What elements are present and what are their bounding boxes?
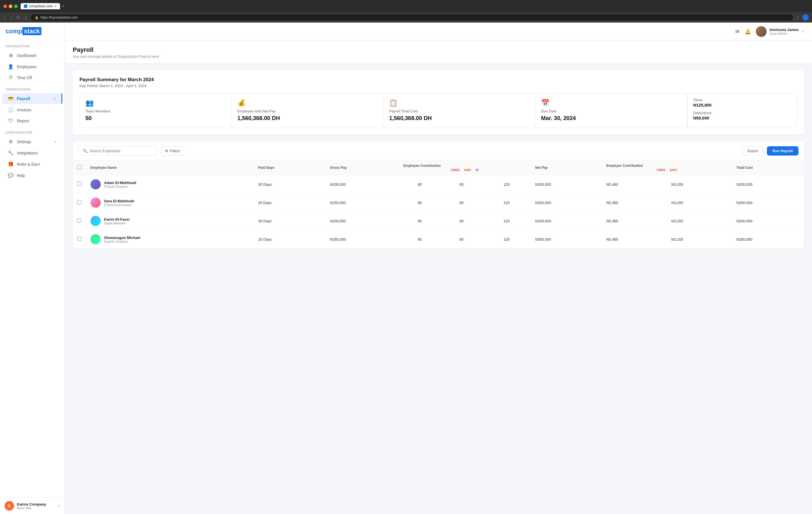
stat-taxes-deductions: Taxes N125,800 Deductions N50,000 xyxy=(687,94,797,128)
emp-ir: 120 xyxy=(483,175,531,193)
gross-pay: N200,000 xyxy=(325,212,399,230)
net-pay-icon: 💰 xyxy=(237,99,378,107)
total-cost: N200,000 xyxy=(732,212,804,230)
avatar-image xyxy=(756,26,766,37)
emp-amo: 80 xyxy=(441,230,483,248)
empr-cnss: N5,480 xyxy=(602,212,667,230)
employee-avatar xyxy=(90,198,100,208)
col-net-pay: Net Pay xyxy=(531,160,602,175)
tab-bar: compstack.com ✕ + xyxy=(21,3,809,9)
employee-info: Oluwasegun Michael Graphic Designer xyxy=(90,234,249,244)
filters-button[interactable]: ⚙ Filters xyxy=(161,146,184,156)
due-date-value: Mar. 30, 2024 xyxy=(541,115,682,121)
active-tab[interactable]: compstack.com ✕ xyxy=(21,3,60,9)
net-pay-value: 1,560,368.00 DH xyxy=(237,115,378,121)
stat-team-members: 👥 Team Members 50 xyxy=(80,94,232,128)
filters-icon: ⚙ xyxy=(165,149,168,153)
sidebar-item-help[interactable]: 💬 Help xyxy=(2,170,62,181)
sidebar-item-settings[interactable]: ⚙ Settings ∨ xyxy=(2,136,62,147)
empr-amo-label: AMO xyxy=(670,168,677,172)
user-menu[interactable]: Iniolouwa James Super Admin ∨ xyxy=(756,26,804,37)
settings-icon: ⚙ xyxy=(8,139,13,144)
run-payroll-button[interactable]: Run Payroll xyxy=(767,146,799,156)
browser-profile-icon[interactable] xyxy=(803,14,809,21)
row-checkbox-3[interactable] xyxy=(77,218,82,222)
empr-amo: N3,200 xyxy=(667,175,732,193)
employee-name: Oluwasegun Michael xyxy=(104,236,140,240)
notifications-icon[interactable]: 🔔 xyxy=(745,28,751,35)
team-members-value: 50 xyxy=(85,115,226,121)
taxes-label: Taxes xyxy=(693,98,791,102)
col-employee-name: Employee Name xyxy=(86,160,254,175)
sidebar-label-help: Help xyxy=(17,173,25,178)
due-date-label: Due Date xyxy=(541,109,682,113)
sidebar-item-timeoff[interactable]: ⏱ Time Off xyxy=(2,72,62,83)
search-box[interactable]: 🔍 xyxy=(78,146,157,156)
sidebar-label-settings: Settings xyxy=(17,140,31,144)
address-bar[interactable]: 🔒 https://trycompstack.com xyxy=(31,14,793,21)
messages-icon[interactable]: ✉ xyxy=(735,28,740,35)
row-checkbox-1[interactable] xyxy=(77,182,82,186)
employee-avatar xyxy=(90,179,100,189)
employee-name: Karim El-Fassi xyxy=(104,217,129,221)
bookmark-icon[interactable]: ☆ xyxy=(796,15,800,20)
sidebar-logo: compstack xyxy=(0,23,64,40)
sidebar-label-integrations: Integrations xyxy=(17,151,37,155)
user-role: Super Admin xyxy=(770,32,799,35)
stat-net-pay: 💰 Employee total Net Pay 1,560,368.00 DH xyxy=(232,94,384,128)
emp-ir-label: IR xyxy=(476,168,479,172)
forward-button[interactable]: › xyxy=(9,15,12,20)
company-logo: K xyxy=(4,501,14,511)
search-input[interactable] xyxy=(90,149,153,153)
refresh-button[interactable]: ↻ xyxy=(16,15,21,20)
sidebar-section-transactions: TRANSACTIONS 💳 Payroll ∨ 🧾 Invoices 🛡 Re… xyxy=(0,83,64,126)
sidebar-item-report[interactable]: 🛡 Report xyxy=(2,116,62,126)
summary-title: Payroll Summary for March 2024 xyxy=(80,77,798,83)
tab-label: compstack.com xyxy=(29,4,53,8)
table-row: Oluwasegun Michael Graphic Designer 20 D… xyxy=(73,230,804,248)
net-pay: N350,000 xyxy=(531,230,602,248)
stat-due-date: 📅 Due Date Mar. 30, 2024 xyxy=(535,94,687,128)
employees-icon: 👤 xyxy=(8,64,13,69)
summary-stats: 👥 Team Members 50 💰 Employee total Net P… xyxy=(80,94,798,128)
back-button[interactable]: ‹ xyxy=(3,15,6,20)
new-tab-button[interactable]: + xyxy=(62,3,65,9)
employee-info: Adam El-Mahfoudi Product Designer xyxy=(90,179,249,189)
user-details: Iniolouwa James Super Admin xyxy=(770,28,799,35)
sidebar-item-payroll[interactable]: 💳 Payroll ∨ xyxy=(2,93,62,104)
team-members-icon: 👥 xyxy=(85,99,226,107)
sidebar-item-dashboard[interactable]: ⊞ Dashboard xyxy=(2,50,62,61)
user-menu-chevron-icon: ∨ xyxy=(802,30,804,33)
sidebar-item-employees[interactable]: 👤 Employees xyxy=(2,61,62,72)
logo-part1: comp xyxy=(6,28,22,35)
row-checkbox-2[interactable] xyxy=(77,200,82,204)
row-checkbox-4[interactable] xyxy=(77,237,82,241)
sidebar-label-report: Report xyxy=(17,119,29,123)
company-switcher[interactable]: K Kairos Company Basic Plan ∨ xyxy=(4,501,60,511)
empr-cnss: N5,480 xyxy=(602,175,667,193)
sidebar-item-invoices[interactable]: 🧾 Invoices xyxy=(2,104,62,115)
emp-ir: 120 xyxy=(483,193,531,212)
minimize-button[interactable] xyxy=(9,4,12,8)
payroll-table: Employee Name Paid Days Gross Pay Employ… xyxy=(73,160,804,248)
empr-amo: N3,200 xyxy=(667,212,732,230)
tab-close-icon[interactable]: ✕ xyxy=(54,4,57,8)
company-initial: K xyxy=(8,504,11,508)
total-cost: N350,000 xyxy=(732,230,804,248)
col-employee-contribution: Employee Contribution CNSS AMO IR xyxy=(399,160,531,175)
select-all-checkbox[interactable] xyxy=(77,165,82,169)
sidebar-item-integrations[interactable]: 🔧 Integrations xyxy=(2,147,62,158)
employee-info: Karim El-Fassi Digital Marketer xyxy=(90,216,249,226)
export-button[interactable]: Export xyxy=(742,146,763,156)
due-date-icon: 📅 xyxy=(541,99,682,107)
employee-role: Product Designer xyxy=(104,185,136,188)
home-button[interactable]: ⌂ xyxy=(24,15,28,20)
gross-pay: N250,000 xyxy=(325,193,399,212)
col-employer-contribution: Employer Contribution CNSS AMO xyxy=(602,160,732,175)
lock-icon: 🔒 xyxy=(35,16,39,20)
emp-cnss: 80 xyxy=(399,212,441,230)
page-header: Payroll See and manage details of Organi… xyxy=(65,40,812,63)
close-button[interactable] xyxy=(3,4,7,8)
sidebar-item-refer[interactable]: 🎁 Refer & Earn xyxy=(2,159,62,170)
maximize-button[interactable] xyxy=(14,4,18,8)
